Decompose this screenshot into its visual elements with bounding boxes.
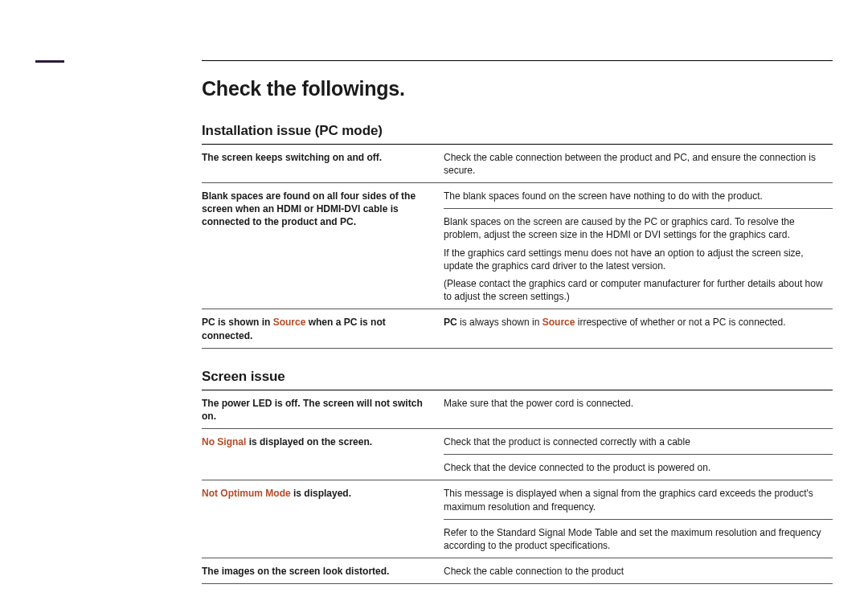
issue-label: The images on the screen look distorted. [202, 558, 444, 583]
accent-bar-icon [35, 60, 64, 63]
section-heading-screen: Screen issue [202, 368, 833, 386]
issue-desc: Check that the device connected to the p… [444, 455, 833, 480]
issue-label: Not Optimum Mode is displayed. [202, 480, 444, 558]
issue-desc: Make sure that the power cord is connect… [444, 390, 833, 428]
label-part: is displayed. [291, 488, 351, 499]
issue-desc: Check that the product is connected corr… [444, 429, 833, 454]
label-part: PC [202, 317, 215, 328]
label-part: is shown in [215, 317, 273, 328]
issue-label: No Signal is displayed on the screen. [202, 429, 444, 480]
accent-term: Source [542, 317, 575, 328]
issue-desc: This message is displayed when a signal … [444, 480, 833, 518]
issue-label: The screen keeps switching on and off. [202, 145, 444, 182]
issue-desc: Blank spaces on the screen are caused by… [444, 209, 833, 309]
desc-part: is always shown in [457, 317, 542, 328]
desc-line: If the graphics card settings menu does … [444, 247, 828, 272]
issue-label: PC is shown in Source when a PC is not c… [202, 309, 444, 347]
desc-part: PC [444, 317, 457, 328]
document-body: Check the followings. Installation issue… [202, 0, 833, 584]
issue-label: The power LED is off. The screen will no… [202, 390, 444, 428]
issue-label: Blank spaces are found on all four sides… [202, 183, 444, 309]
screen-table: The power LED is off. The screen will no… [202, 390, 833, 585]
section-heading-installation: Installation issue (PC mode) [202, 122, 833, 141]
issue-desc: The blank spaces found on the screen hav… [444, 183, 833, 208]
accent-term: Not Optimum Mode [202, 488, 291, 499]
installation-table: The screen keeps switching on and off. C… [202, 145, 833, 349]
desc-line: Blank spaces on the screen are caused by… [444, 215, 828, 241]
issue-desc: Check the cable connection to the produc… [444, 558, 833, 583]
label-part: is displayed on the screen. [246, 436, 372, 447]
issue-desc: PC is always shown in Source irrespectiv… [444, 309, 833, 347]
accent-term: No Signal [202, 436, 246, 447]
desc-part: irrespective of whether or not a PC is c… [575, 317, 785, 328]
desc-line: (Please contact the graphics card or com… [444, 277, 828, 303]
row-divider [202, 348, 833, 349]
issue-desc: Refer to the Standard Signal Mode Table … [444, 520, 833, 558]
top-horizontal-rule [202, 60, 833, 61]
accent-term: Source [273, 317, 306, 328]
issue-desc: Check the cable connection between the p… [444, 145, 833, 182]
page-title: Check the followings. [202, 76, 833, 103]
row-divider [202, 583, 833, 584]
